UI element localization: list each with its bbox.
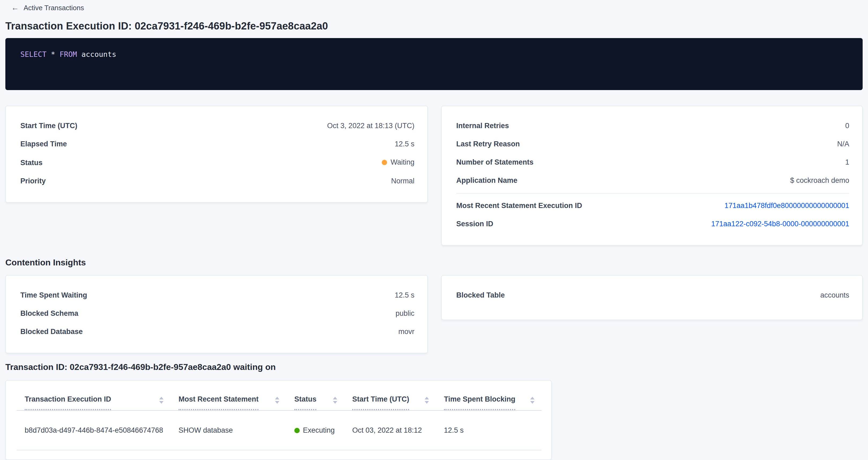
row-most-recent-statement-execution-id: Most Recent Statement Execution ID 171aa… — [456, 201, 849, 211]
sql-star: * — [46, 50, 60, 58]
sql-statement-text: SELECT * FROM accounts — [20, 50, 116, 58]
row-label: Application Name — [456, 176, 517, 185]
row-value: movr — [398, 327, 414, 337]
sort-icon[interactable] — [333, 396, 337, 403]
row-label: Time Spent Waiting — [20, 291, 87, 301]
row-label: Blocked Database — [20, 327, 83, 337]
column-header-transaction-execution-id[interactable]: Transaction Execution ID — [25, 394, 179, 410]
row-label: Blocked Schema — [20, 309, 78, 319]
status-value: Waiting — [382, 158, 414, 167]
row-internal-retries: Internal Retries 0 — [456, 121, 849, 131]
overview-cards-row: Start Time (UTC) Oct 3, 2022 at 18:13 (U… — [5, 105, 863, 246]
breadcrumb-back-active-transactions[interactable]: ← Active Transactions — [5, 0, 84, 12]
row-label: Session ID — [456, 219, 493, 229]
sql-statement-box: SELECT * FROM accounts — [5, 38, 863, 90]
session-id-link[interactable]: 171aa122-c092-54b8-0000-000000000001 — [711, 219, 849, 229]
statement-execution-id-link[interactable]: 171aa1b478fdf0e80000000000000001 — [724, 201, 849, 211]
contention-card-right: Blocked Table accounts — [441, 275, 863, 320]
column-header-label[interactable]: Start Time (UTC) — [352, 394, 409, 410]
cell-most-recent-statement: SHOW database — [179, 425, 294, 435]
transaction-details-page: ← Active Transactions Transaction Execut… — [0, 0, 868, 460]
column-header-label[interactable]: Status — [294, 394, 317, 410]
row-application-name: Application Name $ cockroach demo — [456, 176, 849, 185]
row-value: 1 — [845, 158, 849, 167]
row-elapsed-time: Elapsed Time 12.5 s — [20, 140, 414, 149]
column-header-label[interactable]: Most Recent Statement — [179, 394, 259, 410]
row-status: Status Waiting — [20, 158, 414, 168]
row-number-of-statements: Number of Statements 1 — [456, 158, 849, 167]
cell-time-spent-blocking: 12.5 s — [444, 425, 550, 435]
contention-cards-row: Time Spent Waiting 12.5 s Blocked Schema… — [5, 275, 863, 354]
row-blocked-database: Blocked Database movr — [20, 327, 414, 337]
status-text: Waiting — [391, 158, 414, 167]
sort-icon[interactable] — [425, 396, 429, 403]
row-label: Last Retry Reason — [456, 140, 520, 149]
row-label: Priority — [20, 176, 46, 186]
card-divider — [456, 193, 849, 193]
scaled-viewport: ← Active Transactions Transaction Execut… — [0, 0, 868, 460]
row-value: 12.5 s — [395, 140, 414, 149]
waiting-on-heading: Transaction ID: 02ca7931-f246-469b-b2fe-… — [5, 362, 863, 373]
row-label: Internal Retries — [456, 121, 509, 131]
row-priority: Priority Normal — [20, 176, 414, 186]
table-row: b8d7d03a-d497-446b-8474-e50846674768 SHO… — [6, 410, 551, 450]
sql-table-name: accounts — [77, 50, 116, 58]
row-value: public — [395, 309, 414, 319]
row-value: $ cockroach demo — [790, 176, 849, 185]
waiting-status-dot-icon — [382, 160, 388, 165]
row-session-id: Session ID 171aa122-c092-54b8-0000-00000… — [456, 219, 849, 229]
row-value: Normal — [391, 176, 414, 186]
column-header-label[interactable]: Transaction Execution ID — [25, 394, 111, 410]
overview-card-left: Start Time (UTC) Oct 3, 2022 at 18:13 (U… — [5, 105, 428, 203]
row-label: Most Recent Statement Execution ID — [456, 201, 582, 211]
table-row-divider — [17, 450, 541, 450]
column-header-most-recent-statement[interactable]: Most Recent Statement — [179, 394, 294, 410]
row-label: Status — [20, 158, 42, 168]
back-arrow-icon: ← — [11, 3, 19, 12]
row-value: Oct 3, 2022 at 18:13 (UTC) — [327, 121, 414, 131]
overview-card-right: Internal Retries 0 Last Retry Reason N/A… — [441, 105, 863, 246]
row-label: Blocked Table — [456, 291, 505, 301]
cell-status: Executing — [294, 425, 352, 435]
column-header-start-time[interactable]: Start Time (UTC) — [352, 394, 444, 410]
row-label: Elapsed Time — [20, 140, 67, 149]
waiting-table-header-row: Transaction Execution ID Most Recent Sta… — [6, 394, 551, 410]
column-header-time-spent-blocking[interactable]: Time Spent Blocking — [444, 394, 550, 410]
cell-transaction-execution-id: b8d7d03a-d497-446b-8474-e50846674768 — [25, 425, 179, 435]
row-value: 12.5 s — [395, 291, 414, 301]
sql-keyword-select: SELECT — [20, 50, 46, 58]
contention-insights-heading: Contention Insights — [5, 257, 863, 268]
row-blocked-table: Blocked Table accounts — [456, 291, 849, 301]
page-title: Transaction Execution ID: 02ca7931-f246-… — [5, 20, 863, 32]
waiting-on-table-card: Transaction Execution ID Most Recent Sta… — [5, 380, 552, 460]
sort-icon[interactable] — [275, 396, 279, 403]
contention-card-left: Time Spent Waiting 12.5 s Blocked Schema… — [5, 275, 428, 354]
cell-start-time: Oct 03, 2022 at 18:12 — [352, 425, 444, 435]
row-value: accounts — [820, 291, 849, 301]
sort-icon[interactable] — [159, 396, 163, 403]
sql-keyword-from: FROM — [60, 50, 77, 58]
row-value: N/A — [837, 140, 849, 149]
row-label: Number of Statements — [456, 158, 533, 167]
row-start-time: Start Time (UTC) Oct 3, 2022 at 18:13 (U… — [20, 121, 414, 131]
executing-status-dot-icon — [294, 428, 300, 433]
row-blocked-schema: Blocked Schema public — [20, 309, 414, 319]
row-label: Start Time (UTC) — [20, 121, 78, 131]
column-header-label[interactable]: Time Spent Blocking — [444, 394, 516, 410]
status-text: Executing — [303, 425, 335, 435]
column-header-status[interactable]: Status — [294, 394, 352, 410]
breadcrumb-label: Active Transactions — [24, 3, 84, 11]
sort-icon[interactable] — [530, 396, 534, 403]
row-time-spent-waiting: Time Spent Waiting 12.5 s — [20, 291, 414, 301]
row-value: 0 — [845, 121, 849, 131]
row-last-retry-reason: Last Retry Reason N/A — [456, 140, 849, 149]
